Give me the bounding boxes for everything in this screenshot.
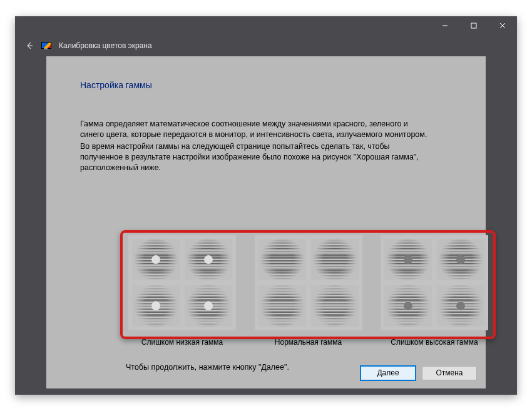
back-arrow-icon — [25, 41, 34, 50]
description-paragraph-2: Во время настройки гаммы на следующей ст… — [80, 141, 431, 173]
gamma-circle — [384, 285, 432, 327]
back-button[interactable] — [25, 41, 34, 50]
gamma-image-high — [381, 235, 488, 330]
minimize-button[interactable] — [431, 16, 459, 35]
minimize-icon — [442, 23, 448, 29]
window-titlebar — [15, 16, 517, 35]
gamma-image-normal — [255, 235, 362, 330]
svg-rect-1 — [471, 23, 476, 28]
gamma-image-low — [128, 235, 236, 330]
gamma-circle — [132, 285, 180, 327]
gamma-samples: Слишком низкая гамма Нормальная гамма — [126, 235, 491, 343]
description-text: Гамма определяет математическое соотноше… — [80, 119, 431, 173]
gamma-circle — [437, 239, 484, 280]
gamma-circle — [311, 239, 359, 280]
close-button[interactable] — [488, 16, 517, 35]
gamma-circle — [437, 285, 484, 327]
window-header: Калибровка цветов экрана — [15, 35, 517, 56]
footer-buttons: Далее Отмена — [46, 357, 486, 388]
gamma-label-low: Слишком низкая гамма — [123, 338, 242, 347]
maximize-icon — [471, 23, 477, 29]
gamma-circle — [185, 285, 232, 327]
content-area: Настройка гаммы Гамма определяет математ… — [46, 56, 486, 357]
maximize-button[interactable] — [459, 16, 488, 35]
monitor-calibration-icon — [41, 42, 51, 49]
page-title: Настройка гаммы — [80, 80, 452, 90]
gamma-sample-normal: Нормальная гамма — [252, 235, 365, 347]
cancel-button[interactable]: Отмена — [422, 366, 477, 380]
next-button[interactable]: Далее — [361, 366, 416, 380]
gamma-label-high: Слишком высокая гамма — [375, 338, 494, 347]
description-paragraph-1: Гамма определяет математическое соотноше… — [80, 119, 431, 140]
continue-instruction: Чтобы продолжить, нажмите кнопку "Далее"… — [126, 363, 289, 372]
calibration-window: Калибровка цветов экрана Настройка гаммы… — [15, 16, 517, 395]
gamma-circle — [185, 239, 232, 280]
gamma-circle — [311, 285, 359, 327]
gamma-circle — [258, 239, 306, 280]
close-icon — [499, 23, 506, 29]
gamma-circle — [258, 285, 306, 327]
gamma-circle — [132, 239, 180, 280]
gamma-sample-high: Слишком высокая гамма — [378, 235, 491, 347]
gamma-label-normal: Нормальная гамма — [249, 338, 368, 347]
gamma-sample-low: Слишком низкая гамма — [126, 235, 238, 347]
header-title: Калибровка цветов экрана — [59, 41, 152, 50]
gamma-circle — [384, 239, 432, 280]
